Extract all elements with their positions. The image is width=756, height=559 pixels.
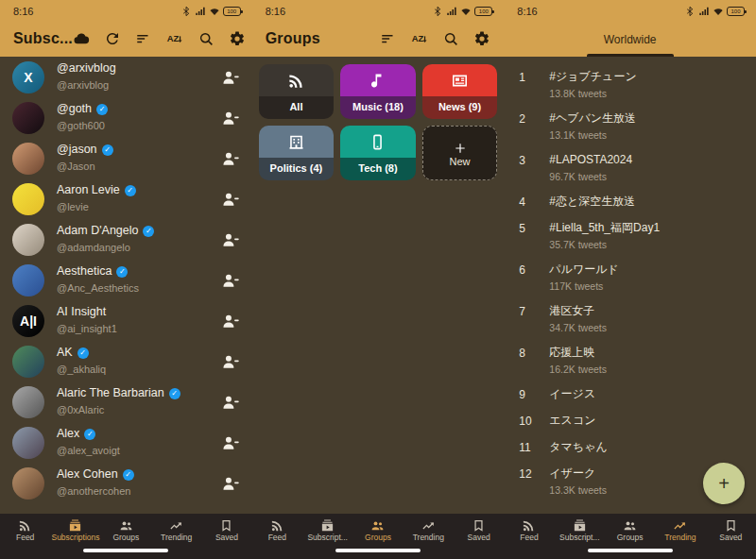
subscriptions-icon <box>573 518 587 533</box>
trending-icon <box>169 518 183 533</box>
trend-title: 応援上映 <box>549 346 607 360</box>
person-remove-icon[interactable] <box>221 312 240 330</box>
group-tile-label: New <box>423 155 497 179</box>
trend-row[interactable]: 10 エスコン <box>504 406 756 432</box>
person-remove-icon[interactable] <box>221 393 240 412</box>
nav-tab[interactable]: Trending <box>404 516 454 542</box>
group-tile[interactable]: Politics (4) <box>259 126 335 180</box>
nav-tab[interactable]: Trending <box>151 516 201 542</box>
trend-row[interactable]: 1 #ジョブチューン 13.8K tweets <box>504 62 756 104</box>
group-tile-label: Tech (8) <box>340 158 416 180</box>
rss-icon <box>522 518 536 533</box>
trend-title: #ジョブチューン <box>549 70 636 84</box>
subscription-account-row[interactable]: Aaron Levie ✓ @levie <box>0 178 252 219</box>
bluetooth-icon <box>684 6 696 17</box>
nav-tab[interactable]: Feed <box>0 516 50 542</box>
sort-icon[interactable] <box>135 30 152 47</box>
nav-tab[interactable]: Saved <box>454 516 504 542</box>
group-tile-label: All <box>259 96 335 119</box>
nav-tab[interactable]: Subscriptions <box>50 516 100 542</box>
app-bar-groups: Groups AZ <box>252 21 505 57</box>
settings-icon[interactable] <box>473 30 490 47</box>
subscription-account-row[interactable]: A|I AI Insight ✓ @ai_insight1 <box>0 300 252 341</box>
nav-tab-label: Saved <box>719 534 742 542</box>
cloud-icon[interactable] <box>73 30 90 47</box>
nav-tab[interactable]: Groups <box>605 516 655 542</box>
nav-tab[interactable]: Subscript... <box>555 516 605 542</box>
person-remove-icon[interactable] <box>221 149 240 168</box>
subscription-account-row[interactable]: Alaric The Barbarian ✓ @0xAlaric <box>0 381 252 422</box>
account-name: Aesthetica <box>57 264 112 279</box>
avatar <box>12 346 44 378</box>
person-remove-icon[interactable] <box>221 271 240 290</box>
add-button[interactable]: + <box>703 463 745 504</box>
person-remove-icon[interactable] <box>221 433 240 452</box>
person-remove-icon[interactable] <box>221 230 240 249</box>
trend-row[interactable]: 6 パルワールド 117K tweets <box>504 255 756 296</box>
subscription-account-row[interactable]: Alex Cohen ✓ @anothercohen <box>0 463 252 503</box>
nav-tab[interactable]: Groups <box>352 516 403 542</box>
trend-title: エスコン <box>549 414 595 428</box>
account-name: Alex <box>57 427 79 441</box>
search-icon[interactable] <box>198 30 215 47</box>
nav-tab-label: Trending <box>413 534 444 542</box>
home-indicator[interactable] <box>588 549 673 552</box>
nav-tab-label: Subscript... <box>559 534 600 542</box>
trend-row[interactable]: 5 #Liella_5th_福岡Day1 35.7K tweets <box>504 213 756 255</box>
person-remove-icon[interactable] <box>221 474 240 493</box>
politics-icon <box>259 126 335 158</box>
nav-tab[interactable]: Trending <box>655 516 705 542</box>
trend-row[interactable]: 7 港区女子 34.7K tweets <box>504 296 756 338</box>
app-root: 8:16 100 Subsc... AZ X @arxivblog ✓ <box>0 0 756 559</box>
az-sort-icon[interactable]: AZ <box>411 30 428 47</box>
search-icon[interactable] <box>442 30 459 47</box>
subscription-account-row[interactable]: Adam D'Angelo ✓ @adamdangelo <box>0 219 252 260</box>
nav-tab[interactable]: Feed <box>252 516 302 542</box>
subscription-account-row[interactable]: @jason ✓ @Jason <box>0 138 252 178</box>
group-tile[interactable]: New <box>422 126 498 180</box>
trend-row[interactable]: 9 イージス <box>504 380 756 406</box>
person-remove-icon[interactable] <box>221 190 240 209</box>
group-tile-label: News (9) <box>422 96 498 119</box>
group-tile[interactable]: All <box>259 64 335 119</box>
nav-tab[interactable]: Groups <box>101 516 151 542</box>
az-sort-icon[interactable]: AZ <box>166 30 183 47</box>
group-tile[interactable]: Music (18) <box>340 64 416 119</box>
subscription-account-row[interactable]: Alex ✓ @alex_avoigt <box>0 422 252 463</box>
clock: 8:16 <box>266 6 285 17</box>
subscription-account-row[interactable]: AK ✓ @_akhaliq <box>0 341 252 381</box>
trend-row[interactable]: 8 応援上映 16.2K tweets <box>504 338 756 380</box>
trend-row[interactable]: 2 #ヘブバン生放送 13.1K tweets <box>504 104 756 145</box>
clock: 8:16 <box>517 6 537 17</box>
group-tile[interactable]: Tech (8) <box>340 126 416 180</box>
group-tile[interactable]: News (9) <box>422 64 498 119</box>
news-icon <box>422 64 498 96</box>
avatar: X <box>12 61 44 93</box>
refresh-icon[interactable] <box>104 30 121 47</box>
nav-tab-label: Groups <box>617 534 644 542</box>
person-remove-icon[interactable] <box>221 352 240 371</box>
nav-tab[interactable]: Saved <box>201 516 251 542</box>
page-title: Subsc... <box>13 30 73 47</box>
trend-rank: 11 <box>519 440 549 454</box>
sort-icon[interactable] <box>380 30 397 47</box>
account-handle: @adamdangelo <box>57 242 130 253</box>
battery-level: 100 <box>479 8 489 14</box>
nav-tab[interactable]: Feed <box>504 516 554 542</box>
trend-row[interactable]: 4 #恋と深空生放送 <box>504 187 756 213</box>
person-remove-icon[interactable] <box>221 109 240 127</box>
trend-row[interactable]: 11 タマちゃん <box>504 432 756 459</box>
home-indicator[interactable] <box>335 549 421 552</box>
subscription-account-row[interactable]: Aesthetica ✓ @Anc_Aesthetics <box>0 260 252 300</box>
subscription-account-row[interactable]: @goth ✓ @goth600 <box>0 97 252 138</box>
person-remove-icon[interactable] <box>221 68 240 87</box>
account-name: AK <box>57 346 73 360</box>
tab-worldwide[interactable]: Worldwide <box>604 31 657 46</box>
settings-icon[interactable] <box>229 30 246 47</box>
battery-icon: 100 <box>727 7 745 16</box>
nav-tab[interactable]: Subscript... <box>302 516 352 542</box>
nav-tab[interactable]: Saved <box>706 516 756 542</box>
trend-row[interactable]: 3 #LAPOSTA2024 96.7K tweets <box>504 145 756 187</box>
home-indicator[interactable] <box>83 549 168 552</box>
subscription-account-row[interactable]: X @arxivblog ✓ @arxivblog <box>0 57 252 97</box>
